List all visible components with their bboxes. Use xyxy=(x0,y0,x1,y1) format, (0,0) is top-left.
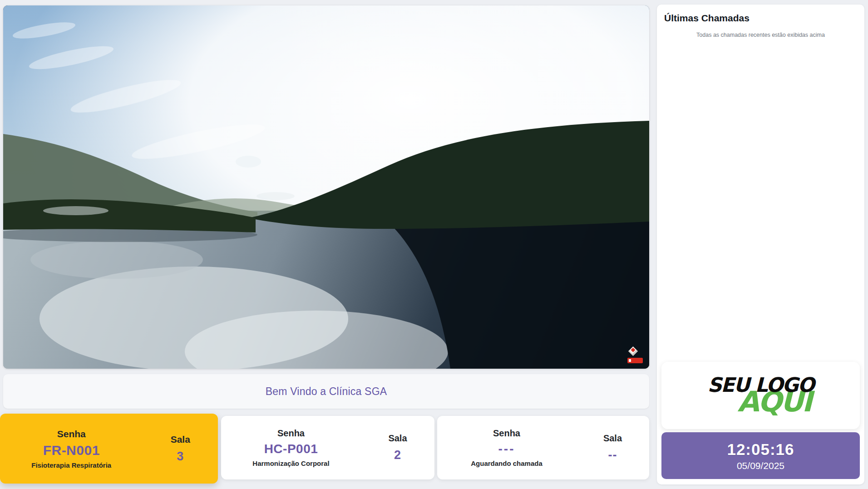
recent-calls-panel: Últimas Chamadas Todas as chamadas recen… xyxy=(657,5,864,484)
video-watermark xyxy=(623,347,643,365)
sala-label: Sala xyxy=(143,434,218,445)
ticket-block: Senha --- Aguardando chamada xyxy=(437,428,576,467)
ticket-code: HC-P001 xyxy=(221,442,361,456)
logo-placeholder: SEU LOGO AQUI xyxy=(661,362,860,429)
panel-title: Últimas Chamadas xyxy=(664,13,750,24)
room-number: 3 xyxy=(143,449,218,464)
room-block: Sala -- xyxy=(576,433,649,462)
watermark-cube-icon xyxy=(628,346,638,356)
call-card-previous: Senha HC-P001 Harmonização Corporal Sala… xyxy=(221,416,434,479)
service-name: Fisioterapia Respiratória xyxy=(0,461,143,469)
senha-label: Senha xyxy=(437,428,576,439)
sala-label: Sala xyxy=(576,433,649,444)
ticket-block: Senha HC-P001 Harmonização Corporal xyxy=(221,428,361,467)
room-block: Sala 3 xyxy=(143,434,218,464)
welcome-message: Bem Vindo a Clínica SGA xyxy=(266,385,387,398)
room-number: 2 xyxy=(361,448,434,462)
call-card-waiting: Senha --- Aguardando chamada Sala -- xyxy=(437,416,649,479)
ticket-code: --- xyxy=(437,442,576,456)
call-card-current: Senha FR-N001 Fisioterapia Respiratória … xyxy=(0,414,218,484)
welcome-banner: Bem Vindo a Clínica SGA xyxy=(3,374,649,409)
senha-label: Senha xyxy=(0,429,143,440)
senha-label: Senha xyxy=(221,428,361,439)
room-number: -- xyxy=(576,448,649,462)
video-player xyxy=(3,5,649,369)
watermark-label xyxy=(627,358,643,363)
sala-label: Sala xyxy=(361,433,434,444)
service-name: Aguardando chamada xyxy=(437,459,576,467)
lake-landscape-video-frame xyxy=(3,5,649,369)
clock-widget: 12:05:16 05/09/2025 xyxy=(661,432,860,479)
ticket-code: FR-N001 xyxy=(0,443,143,458)
logo-text-line1: SEU LOGO xyxy=(707,375,814,395)
clock-date: 05/09/2025 xyxy=(737,460,784,471)
queue-display-screen: Bem Vindo a Clínica SGA Senha FR-N001 Fi… xyxy=(0,0,868,489)
clock-time: 12:05:16 xyxy=(727,440,794,459)
empty-state-message: Todas as chamadas recentes estão exibida… xyxy=(657,32,864,38)
ticket-block: Senha FR-N001 Fisioterapia Respiratória xyxy=(0,429,143,469)
service-name: Harmonização Corporal xyxy=(221,459,361,467)
room-block: Sala 2 xyxy=(361,433,434,462)
